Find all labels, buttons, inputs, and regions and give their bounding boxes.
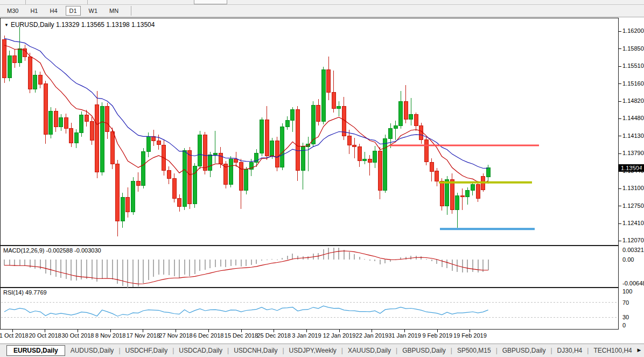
price-axis-label: 1.14820 — [622, 97, 644, 104]
price-axis-label: 1.13790 — [622, 150, 644, 156]
tab-separator: | — [282, 347, 284, 354]
chart-tab-tech100[interactable]: TECH100,H4 — [593, 347, 632, 354]
chart-tab-usdjpy[interactable]: USDJPY,Weekly — [289, 347, 337, 354]
chart-tab-usdcnh[interactable]: USDCNH,Daily — [234, 347, 277, 354]
price-axis-label: 1.15850 — [622, 45, 644, 52]
timeframe-button-h4[interactable]: H4 — [46, 6, 61, 16]
tab-separator: | — [496, 347, 498, 354]
toolbar-separator — [87, 0, 88, 4]
price-axis-label: 1.15160 — [622, 80, 644, 87]
timeframe-button-d1[interactable]: D1 — [66, 6, 81, 16]
rsi-indicator-label: RSI(14) 49.7769 — [3, 289, 47, 296]
timeframe-button-mn[interactable]: MN — [106, 6, 122, 16]
price-axis-label: 1.14130 — [622, 132, 644, 139]
chart-tab-usdchf[interactable]: USDCHF,Daily — [125, 347, 168, 354]
date-axis-label: 19 Feb 2019 — [446, 332, 494, 339]
chevron-down-icon[interactable]: ▼ — [4, 23, 9, 27]
macd-axis-label: 0.00 — [622, 256, 634, 263]
toolbar-button-edge — [194, 0, 227, 4]
chart-title: ▼EURUSD,Daily 1.13329 1.13565 1.13198 1.… — [4, 21, 155, 29]
trading-terminal-window: M30H1H4D1W1MN ▼EURUSD,Daily 1.13329 1.13… — [0, 0, 644, 357]
timeframe-toolbar: M30H1H4D1W1MN — [0, 5, 644, 17]
tab-separator: | — [341, 347, 343, 354]
price-axis-label: 1.13100 — [622, 185, 644, 191]
timeframe-button-w1[interactable]: W1 — [85, 6, 102, 16]
rsi-indicator-panel[interactable] — [0, 288, 619, 330]
tab-separator: | — [172, 347, 174, 354]
price-axis-label: 1.14480 — [622, 115, 644, 121]
macd-axis-label: 0.003216 — [622, 247, 644, 253]
tab-scroll-right-arrow[interactable]: ▶ — [635, 345, 643, 356]
tab-separator: | — [550, 347, 552, 354]
chart-tab-bar: EURUSD,DailyAUDUSD,Daily|USDCHF,Daily|US… — [0, 344, 644, 357]
chart-tab-dj30[interactable]: DJ30,H4 — [557, 347, 583, 354]
chart-tab-gbpusd[interactable]: GBPUSD,Daily — [402, 347, 446, 354]
macd-indicator-label: MACD(12,26,9) -0.002588 -0.003030 — [3, 247, 101, 254]
chart-title-text: EURUSD,Daily 1.13329 1.13565 1.13198 1.1… — [11, 21, 155, 29]
timeframe-button-m30[interactable]: M30 — [3, 6, 22, 16]
tab-separator: | — [587, 347, 589, 354]
timeframe-button-h1[interactable]: H1 — [26, 6, 41, 16]
chart-tab-sp500[interactable]: SP500,M15 — [457, 347, 491, 354]
price-axis-label: 1.13440 — [622, 167, 644, 174]
price-axis-label: 1.12750 — [622, 202, 644, 209]
chart-tab-usdcad[interactable]: USDCAD,Daily — [179, 347, 222, 354]
chart-tab-eurusd-active[interactable]: EURUSD,Daily — [6, 345, 65, 356]
tab-separator: | — [396, 347, 397, 354]
tab-separator: | — [118, 347, 120, 354]
toolbar-separator — [131, 6, 131, 16]
tab-separator: | — [451, 347, 452, 354]
chart-tab-audusd[interactable]: AUDUSD,Daily — [71, 347, 114, 354]
price-axis-label: 1.15510 — [622, 62, 644, 69]
rsi-axis-label: 30 — [622, 314, 629, 320]
rsi-axis-label: 70 — [622, 299, 629, 306]
tab-separator: | — [227, 347, 229, 354]
rsi-axis-label: 0 — [622, 322, 626, 328]
rsi-axis-label: 100 — [622, 288, 632, 295]
macd-axis-label: -0.006485 — [622, 280, 644, 286]
price-axis-label: 1.16200 — [622, 27, 644, 34]
chart-tab-xauusd[interactable]: XAUUSD,Daily — [348, 347, 391, 354]
chart-tab-gbpusd[interactable]: GBPUSD,Daily — [502, 347, 546, 354]
top-toolbar-partial — [0, 0, 644, 5]
price-axis-label: 1.12070 — [622, 237, 644, 243]
toolbar-separator — [25, 0, 26, 4]
price-axis-label: 1.12410 — [622, 220, 644, 226]
price-chart-panel[interactable] — [0, 18, 619, 246]
